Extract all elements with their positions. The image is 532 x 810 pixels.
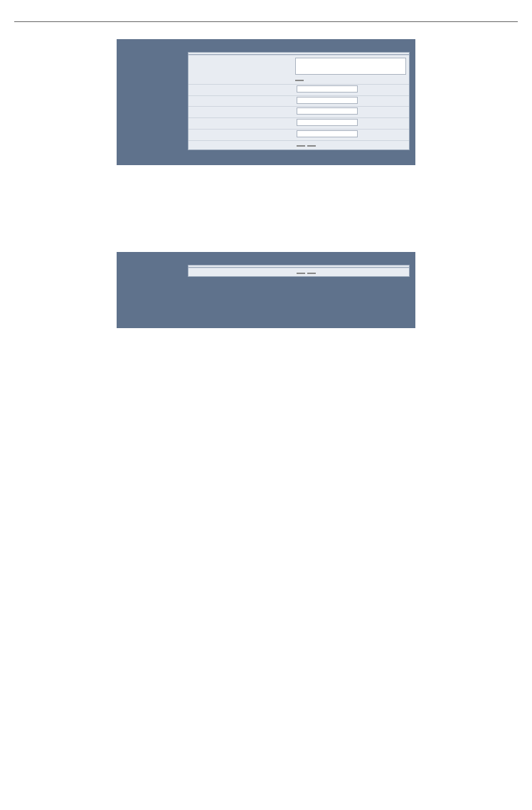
device-list-box[interactable] xyxy=(295,58,406,75)
alias-label xyxy=(188,85,294,95)
host-label xyxy=(188,96,294,107)
refresh-button[interactable] xyxy=(295,80,304,81)
banner xyxy=(117,252,415,261)
user-input[interactable] xyxy=(297,119,358,126)
password-label xyxy=(188,130,294,140)
refresh-button[interactable] xyxy=(307,273,316,274)
httpport-input[interactable] xyxy=(297,107,358,115)
sidebar xyxy=(117,48,185,56)
add-button[interactable] xyxy=(297,145,305,147)
httpport-label xyxy=(188,107,294,117)
device-list-heading xyxy=(188,56,292,84)
banner xyxy=(117,39,415,48)
screenshot-basic-network xyxy=(117,252,415,329)
host-input[interactable] xyxy=(297,97,358,104)
screenshot-multi-device xyxy=(117,39,415,165)
user-label xyxy=(188,118,294,129)
divider xyxy=(14,21,518,22)
remove-button[interactable] xyxy=(307,145,316,147)
sidebar xyxy=(117,261,185,269)
alias-input[interactable] xyxy=(297,85,358,93)
password-input[interactable] xyxy=(297,130,358,137)
footnote xyxy=(188,153,410,159)
submit-button[interactable] xyxy=(297,273,305,274)
